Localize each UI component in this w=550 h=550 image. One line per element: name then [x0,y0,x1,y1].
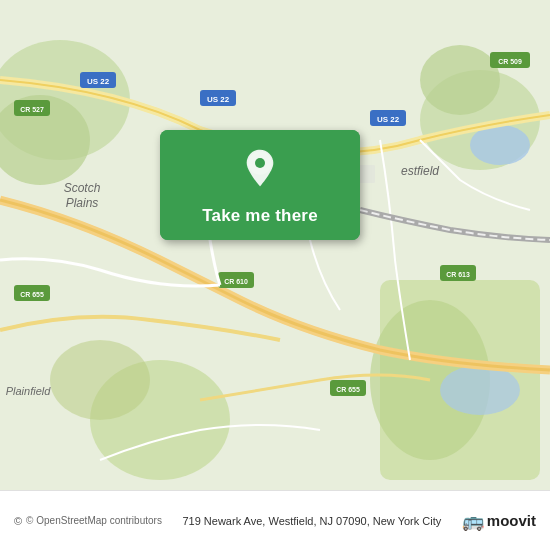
svg-point-8 [50,340,150,420]
svg-text:US 22: US 22 [207,95,230,104]
svg-text:Plains: Plains [66,196,99,210]
svg-point-38 [255,158,265,168]
footer-attribution: © © OpenStreetMap contributors [14,515,162,527]
footer-address: 719 Newark Ave, Westfield, NJ 07090, New… [162,515,462,527]
svg-text:US 22: US 22 [377,115,400,124]
map-background: US 22 US 22 US 22 CR 527 CR 509 CR 655 C… [0,0,550,490]
button-label: Take me there [160,198,360,240]
button-icon-area [160,130,360,198]
location-pin-icon [240,148,280,188]
svg-text:US 22: US 22 [87,77,110,86]
button-overlay: Take me there [160,130,360,240]
svg-point-10 [440,365,520,415]
svg-text:Scotch: Scotch [64,181,101,195]
svg-text:CR 527: CR 527 [20,106,44,113]
map[interactable]: US 22 US 22 US 22 CR 527 CR 509 CR 655 C… [0,0,550,490]
svg-text:Plainfield: Plainfield [6,385,52,397]
take-me-there-button[interactable]: Take me there [160,130,360,240]
moovit-brand-text: moovit [487,512,536,529]
svg-text:CR 655: CR 655 [336,386,360,393]
osm-attribution: © OpenStreetMap contributors [26,515,162,526]
moovit-bus-icon: 🚌 [462,510,484,532]
svg-text:CR 613: CR 613 [446,271,470,278]
svg-text:CR 509: CR 509 [498,58,522,65]
copyright-symbol: © [14,515,22,527]
svg-text:estfield: estfield [401,164,439,178]
svg-point-4 [420,45,500,115]
svg-text:CR 610: CR 610 [224,278,248,285]
svg-text:CR 655: CR 655 [20,291,44,298]
moovit-logo: 🚌 moovit [462,510,536,532]
footer: © © OpenStreetMap contributors 719 Newar… [0,490,550,550]
